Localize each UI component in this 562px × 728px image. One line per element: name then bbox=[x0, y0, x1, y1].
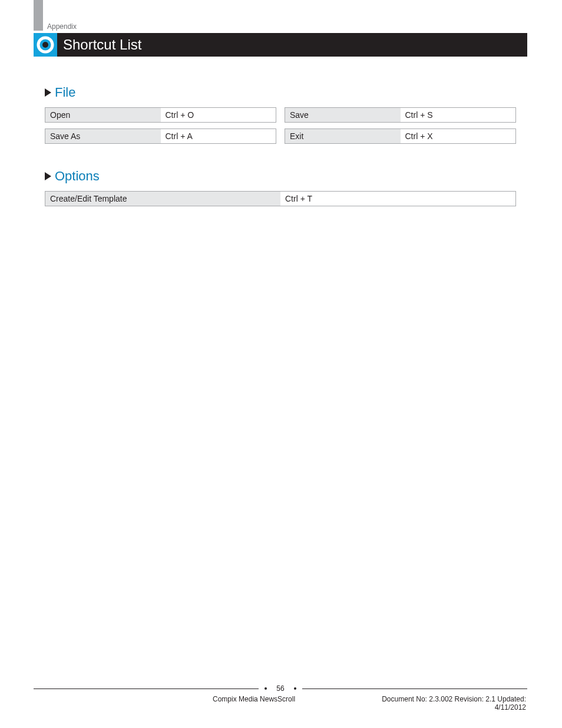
shortcut-name: Open bbox=[45, 108, 161, 122]
triangle-icon bbox=[45, 172, 51, 180]
shortcut-key: Ctrl + O bbox=[161, 108, 276, 122]
section-heading-options: Options bbox=[45, 169, 516, 184]
page-title: Shortcut List bbox=[63, 33, 141, 57]
section-heading-file: File bbox=[45, 85, 516, 100]
shortcut-name: Exit bbox=[285, 129, 401, 143]
shortcut-card: Save Ctrl + S bbox=[285, 107, 516, 123]
footer-product: Compix Media NewsScroll bbox=[189, 695, 372, 711]
shortcut-key: Ctrl + A bbox=[161, 129, 276, 143]
footer-dot-icon bbox=[294, 687, 296, 690]
section-file: File Open Ctrl + O Save Ctrl + S Save As… bbox=[45, 85, 516, 144]
page-footer: 56 Compix Media NewsScroll Document No: … bbox=[34, 684, 527, 711]
shortcut-card: Open Ctrl + O bbox=[45, 107, 276, 123]
shortcut-card: Exit Ctrl + X bbox=[285, 129, 516, 144]
title-bullet-icon bbox=[34, 33, 57, 57]
shortcut-name: Create/Edit Template bbox=[45, 192, 280, 206]
triangle-icon bbox=[45, 88, 51, 97]
footer-rule-right bbox=[302, 689, 527, 689]
section-heading-options-label: Options bbox=[55, 169, 100, 184]
footer-dot-icon bbox=[265, 687, 267, 690]
shortcut-name: Save bbox=[285, 108, 401, 122]
page-number: 56 bbox=[273, 684, 287, 693]
footer-rule-left bbox=[34, 689, 259, 689]
shortcut-key: Ctrl + X bbox=[401, 129, 516, 143]
header-gray-tab bbox=[34, 0, 43, 31]
shortcut-key: Ctrl + T bbox=[280, 192, 515, 206]
shortcut-card: Create/Edit Template Ctrl + T bbox=[45, 191, 516, 206]
breadcrumb: Appendix bbox=[47, 22, 77, 31]
footer-docinfo: Document No: 2.3.002 Revision: 2.1 Updat… bbox=[372, 695, 526, 711]
shortcut-key: Ctrl + S bbox=[401, 108, 516, 122]
shortcut-card: Save As Ctrl + A bbox=[45, 129, 276, 144]
section-options: Options Create/Edit Template Ctrl + T bbox=[45, 169, 516, 206]
shortcut-name: Save As bbox=[45, 129, 161, 143]
svg-point-1 bbox=[42, 42, 48, 48]
section-heading-file-label: File bbox=[55, 85, 75, 100]
